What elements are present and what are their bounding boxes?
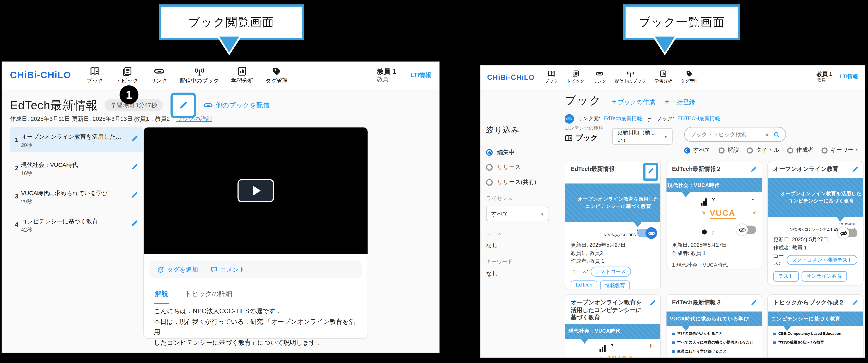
sort-select[interactable]: 更新日順（新しい）▼ <box>612 128 673 145</box>
nav-links[interactable]: リンク <box>593 70 606 84</box>
link-toggle-on[interactable] <box>637 229 655 237</box>
scope-description[interactable]: 解説 <box>719 146 739 154</box>
nav-tag-management[interactable]: タグ管理 <box>681 70 699 84</box>
edit-book-button[interactable] <box>750 299 757 309</box>
scope-title[interactable]: タイトル <box>747 146 780 154</box>
course-pill[interactable]: テストコース <box>590 267 631 277</box>
book-card-edtech[interactable]: EdTech最新情報 オープンオンライン教育を活用したコンピテンシーに基づく教育… <box>565 161 661 289</box>
radio-icon <box>822 147 828 153</box>
edit-book-button[interactable] <box>851 299 859 309</box>
filter-status-release[interactable]: リリース <box>486 164 559 171</box>
scope-keyword[interactable]: キーワード <box>822 146 860 154</box>
nav-analytics[interactable]: 学習分析 <box>231 66 253 85</box>
book-list-window: CHiBi-CHiLO ブック トピック リンク 配信中のブック 学習分析 タグ… <box>480 65 865 358</box>
distribute-other-book-link[interactable]: 他のブックを配信 <box>204 101 270 110</box>
book-card-edtech2[interactable]: EdTech最新情報２ 現代社会：VUCA時代 ?⊦ ↘↙ VUCA ↗↖ <box>666 161 762 270</box>
video-player[interactable] <box>144 128 368 254</box>
nav-links[interactable]: リンク <box>151 66 168 85</box>
book-meta: 作成日: 2025年3月11日 更新日: 2025年3月13日 教員1，教員2 <box>10 115 170 123</box>
edit-book-button[interactable] <box>750 165 757 175</box>
link-toggle-off[interactable] <box>739 226 756 234</box>
broadcast-icon <box>194 66 205 77</box>
edit-topic-button[interactable] <box>131 163 140 173</box>
user-name: 教員 1 <box>377 68 396 76</box>
book-card-from-topic2[interactable]: トピックからブック作成２ コンピテンシーに基づく教育 CBE:Competenc… <box>767 295 864 358</box>
edit-book-button[interactable] <box>851 165 859 175</box>
filter-heading: 絞り込み <box>486 125 559 135</box>
book-title: EdTech最新情報 <box>10 97 98 113</box>
nav-analytics[interactable]: 学習分析 <box>654 70 672 84</box>
book-thumbnail[interactable]: オープンオンライン教育を活用したコンピテンシーに基づく教育 2021年3月18日… <box>768 178 863 233</box>
book-thumbnail[interactable]: VUCA時代に求められている学び 学びの成果が活かせること すべての人々に教育の… <box>666 311 762 358</box>
course-pill[interactable]: タグ・コメント機能テスト <box>787 255 858 265</box>
user-role: 教員 <box>377 76 396 83</box>
callout-book-view: ブック閲覧画面 <box>159 4 304 40</box>
topic-item-1[interactable]: 1 オープンオンライン教育を活用した…20秒 <box>10 127 143 152</box>
license-label: ライセンス <box>486 195 559 202</box>
lti-info-link[interactable]: LTI情報 <box>410 71 431 79</box>
filter-status-release-shared[interactable]: リリース(共有) <box>486 178 559 186</box>
app-logo: CHiBi-CHiLO <box>487 73 534 81</box>
main-nav: ブック トピック リンク 配信中のブック 学習分析 タグ管理 <box>545 70 699 84</box>
tab-topic-details[interactable]: トピックの詳細 <box>184 286 233 304</box>
add-tag-button[interactable]: タグを追加 <box>157 265 198 273</box>
step-1-number: 1 <box>126 88 132 101</box>
nav-broadcast-books[interactable]: 配信中のブック <box>615 70 646 84</box>
edit-topic-button[interactable] <box>131 135 140 145</box>
tag-icon <box>686 70 693 78</box>
bulk-register-link[interactable]: +一括登録 <box>665 97 695 106</box>
edit-topic-button[interactable] <box>131 191 140 201</box>
scope-all[interactable]: すべて <box>684 146 711 154</box>
topic-item-4[interactable]: 4 コンピテンシーに基づく教育42秒 <box>10 212 143 237</box>
tag-pill[interactable]: オンライン教育 <box>801 271 847 282</box>
edit-book-button[interactable] <box>643 163 658 180</box>
book-details-link[interactable]: ブックの詳細 <box>177 115 212 123</box>
topic-description: こんにちは．NPO法人CCC-TIESの堀です． 本日は，現在我々が行っている，… <box>154 306 360 348</box>
topic-icon <box>572 70 580 78</box>
nav-tag-management[interactable]: タグ管理 <box>266 66 288 85</box>
link-toggle-off[interactable] <box>840 229 858 237</box>
search-icon[interactable] <box>773 131 780 138</box>
clear-search-icon[interactable]: × <box>765 131 769 138</box>
tag-pill[interactable]: 情報教育 <box>600 281 630 289</box>
pencil-icon <box>179 101 189 110</box>
lti-info-link[interactable]: LTI情報 <box>840 73 858 81</box>
link-chip-icon <box>565 114 574 123</box>
nav-topics[interactable]: トピック <box>116 66 138 85</box>
link-source-row: リンク元: EdTech最新情報 →← ブック: EDTECH最新情報 <box>565 114 720 123</box>
radio-icon <box>486 164 493 171</box>
comment-button[interactable]: コメント <box>210 265 245 273</box>
nav-books[interactable]: ブック <box>87 66 103 85</box>
tag-pill[interactable]: テスト <box>773 271 799 282</box>
link-target-book[interactable]: EDTECH最新情報 <box>677 115 720 122</box>
link-source-book[interactable]: EdTech最新情報 <box>603 115 642 122</box>
book-thumbnail[interactable]: コンピテンシーに基づく教育 CBE:Competency based Educa… <box>768 311 863 351</box>
topic-item-3[interactable]: 3 VUCA時代に求められている学び29秒 <box>10 184 143 209</box>
filter-status-editing[interactable]: 編集中 <box>486 149 559 157</box>
create-book-link[interactable]: +ブックの作成 <box>612 97 655 106</box>
book-thumbnail[interactable]: 現代社会：VUCA時代 ?⊦ ↘↙ VUCA ↗↖ <box>565 324 660 358</box>
search-input[interactable]: ブック・トピック検索 × <box>684 127 786 142</box>
app-header: CHiBi-CHiLO ブック トピック リンク 配信中のブック 学習分析 タグ… <box>480 65 865 89</box>
play-button[interactable] <box>238 179 274 202</box>
user-role: 教員 <box>816 78 832 83</box>
radio-icon <box>486 179 493 186</box>
tab-description[interactable]: 解説 <box>154 286 169 304</box>
book-card-open-online-cbe[interactable]: オープンオンライン教育を活用したコンピテンシーに基づく教育 現代社会：VUCA時… <box>565 295 661 358</box>
scope-creator[interactable]: 作成者 <box>787 146 813 154</box>
tag-pill[interactable]: EdTech <box>571 281 597 289</box>
link-icon <box>566 116 572 122</box>
callout-book-view-label: ブック閲覧画面 <box>188 14 274 30</box>
license-select[interactable]: すべて▼ <box>486 207 549 221</box>
topic-item-2[interactable]: 2 現代社会：VUCA時代16秒 <box>10 155 143 180</box>
edit-topic-button[interactable] <box>131 219 140 229</box>
comment-icon <box>210 266 217 273</box>
book-card-edtech3[interactable]: EdTech最新情報３ VUCA時代に求められている学び 学びの成果が活かせるこ… <box>666 295 762 358</box>
book-card-open-online[interactable]: オープンオンライン教育 オープンオンライン教育を活用したコンピテンシーに基づく教… <box>767 161 864 285</box>
nav-broadcast-books[interactable]: 配信中のブック <box>180 66 219 85</box>
card-creator: 作成者: 教員 1 <box>672 249 756 257</box>
edit-book-button[interactable] <box>649 299 656 309</box>
edit-book-button[interactable] <box>171 92 196 118</box>
nav-books[interactable]: ブック <box>545 70 558 84</box>
nav-topics[interactable]: トピック <box>566 70 585 84</box>
